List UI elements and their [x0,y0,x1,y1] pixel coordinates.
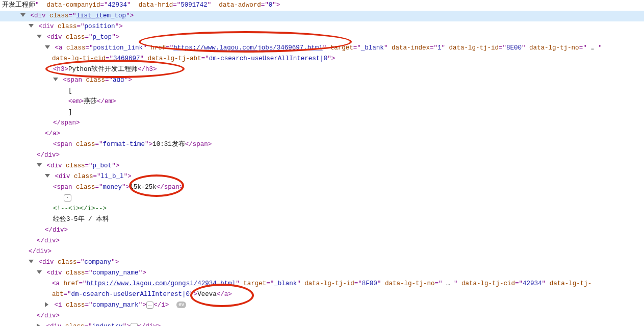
code-line[interactable]: <div class="p_bot"> [0,161,644,171]
code-line: 开发工程师" data-companyid="42934" data-hrid=… [0,0,644,11]
code-line[interactable]: <a href="https://www.lagou.com/gongsi/42… [0,279,644,289]
toggle-arrow-closed-icon[interactable] [45,302,48,307]
toggle-arrow-open-icon[interactable] [45,174,50,178]
code-line[interactable]: <span class="add"> [0,75,644,86]
code-line[interactable]: · [0,193,644,204]
code-line[interactable]: <i class="company_mark">…</i> ev [0,300,644,311]
code-line: <!--<i></i>--> [0,204,644,214]
code-line: </div> [0,236,644,246]
code-line: </div> [0,246,644,257]
toggle-arrow-open-icon[interactable] [53,78,58,81]
code-line: 经验3-5年 / 本科 [0,214,644,225]
code-line: [ [0,86,644,96]
code-line: </div> [0,150,644,161]
toggle-arrow-open-icon[interactable] [45,45,50,49]
code-line: ] [0,107,644,118]
toggle-arrow-open-icon[interactable] [20,13,25,17]
text-fragment: 开发工程师 [2,2,35,9]
code-line[interactable]: <em>燕莎</em> [0,96,644,107]
attr: data-companyid [47,2,100,9]
code-line[interactable]: <div class="li_b_l"> [0,171,644,182]
code-line: </div> [0,225,644,236]
code-line: </span> [0,118,644,129]
code-line[interactable]: <div class="company"> [0,257,644,268]
code-line[interactable]: <div class="p_top"> [0,32,644,43]
toggle-arrow-closed-icon[interactable] [37,323,40,326]
code-line: </div> [0,311,644,321]
code-line[interactable]: <h3>Python软件开发工程师</h3> [0,64,644,75]
toggle-arrow-open-icon[interactable] [37,35,42,38]
expand-badge-icon[interactable]: … [146,302,154,309]
expand-badge-icon[interactable]: … [131,323,138,326]
toggle-arrow-open-icon[interactable] [37,270,42,274]
code-line[interactable]: <span class="format-time">10:31发布</span> [0,139,644,150]
code-line-wrap: data-lg-tj-cid="3469697" data-lg-tj-abt=… [0,54,644,64]
toggle-arrow-open-icon[interactable] [29,260,34,263]
code-line[interactable]: <div class="industry">…</div> [0,321,644,326]
code-line: </a> [0,129,644,139]
toggle-arrow-open-icon[interactable] [29,24,34,28]
code-line[interactable]: <span class="money">15k-25k</span> [0,182,644,193]
selected-node[interactable]: <div class="list_item_top"> [0,11,644,21]
toggle-arrow-open-icon[interactable] [37,163,42,167]
event-listener-badge-icon[interactable]: ev [176,302,186,308]
code-line-wrap: abt="dm-csearch-useUserAllInterest|0">Ve… [0,289,644,300]
code-line[interactable]: <div class="position"> [0,21,644,32]
code-line[interactable]: <div class="company_name"> [0,268,644,279]
expand-badge-icon[interactable]: · [64,194,71,202]
code-line[interactable]: <a class="position_link" href="https://w… [0,43,644,54]
